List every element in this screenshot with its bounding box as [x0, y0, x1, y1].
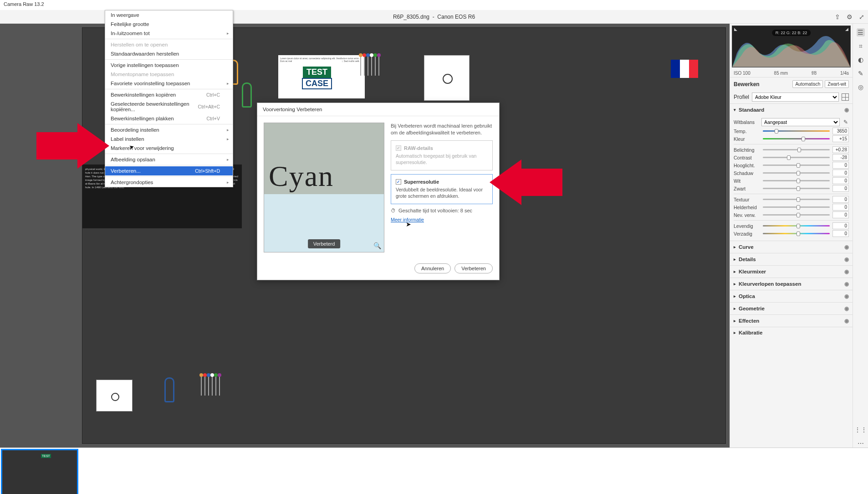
- menu-item[interactable]: Beoordeling instellen: [105, 125, 233, 134]
- superresolution-option[interactable]: Superresolutie Verdubbelt de beeldresolu…: [391, 174, 493, 204]
- pins-bottom: [201, 375, 220, 396]
- target-card: [424, 55, 470, 101]
- super-desc: Verdubbelt de beeldresolutie. Ideaal voo…: [396, 186, 488, 199]
- eyedropper-icon[interactable]: ✎: [842, 119, 849, 125]
- menu-item[interactable]: In-/uitzoomen tot: [105, 29, 233, 38]
- exposure-value[interactable]: +0.28: [832, 146, 849, 153]
- whites-label: Wit: [734, 178, 760, 184]
- gear-icon[interactable]: ⚙: [847, 13, 853, 21]
- shadows-label: Schaduw: [734, 170, 760, 176]
- super-checkbox[interactable]: [396, 179, 401, 185]
- texture-value[interactable]: 0: [832, 196, 849, 203]
- menu-item[interactable]: In weergave: [105, 10, 233, 20]
- app-title: Camera Raw 13.2: [4, 1, 44, 7]
- eye-icon[interactable]: ◉: [844, 107, 849, 113]
- menu-item[interactable]: Achtergrondopties: [105, 178, 233, 187]
- temp-slider[interactable]: [763, 129, 830, 134]
- section-kleurmixer[interactable]: ▸Kleurmixer◉: [730, 265, 853, 278]
- auto-button[interactable]: Automatisch: [792, 80, 823, 88]
- whites-value[interactable]: 0: [832, 177, 849, 184]
- thumb-testcase: TEST: [41, 454, 51, 458]
- chevron-right-icon: ▸: [734, 282, 736, 286]
- exposure-slider[interactable]: [763, 147, 830, 153]
- tint-value[interactable]: +15: [832, 135, 849, 142]
- red-arrow-left: [36, 123, 109, 169]
- section-geometry-label: Geometrie: [739, 306, 765, 311]
- magnifier-icon[interactable]: 🔍: [373, 242, 381, 249]
- eye-icon[interactable]: ◉: [844, 318, 849, 324]
- highlights-slider[interactable]: [763, 163, 830, 168]
- edit-title: Bewerken: [734, 81, 760, 87]
- section-details[interactable]: ▸Details◉: [730, 253, 853, 265]
- edit-header: Bewerken Automatisch Zwart-wit: [730, 77, 853, 91]
- presets-icon[interactable]: ⋮⋮: [857, 426, 865, 434]
- dehaze-value[interactable]: 0: [832, 211, 849, 218]
- dehaze-slider[interactable]: [763, 212, 830, 218]
- chevron-right-icon: ▸: [734, 269, 736, 274]
- dialog-cancel-button[interactable]: Annuleren: [414, 263, 451, 273]
- fullscreen-icon[interactable]: ⤢: [859, 13, 864, 21]
- section-optica[interactable]: ▸Optica◉: [730, 290, 853, 302]
- saturation-slider[interactable]: [763, 231, 830, 237]
- texture-slider[interactable]: [763, 197, 830, 202]
- thumbnail-selected[interactable]: TEST: [1, 449, 78, 494]
- profile-select[interactable]: Adobe Kleur: [752, 93, 839, 102]
- menu-item[interactable]: Vorige instellingen toepassen: [105, 61, 233, 70]
- menu-item[interactable]: Standaardwaarden herstellen: [105, 49, 233, 58]
- eye-icon[interactable]: ◉: [844, 244, 849, 250]
- menu-item-label: Achtergrondopties: [111, 180, 153, 185]
- contrast-value[interactable]: -28: [832, 154, 849, 161]
- section-standard-header[interactable]: ▾ Standaard ◉: [730, 103, 853, 116]
- shadows-slider[interactable]: [763, 170, 830, 176]
- section-curve[interactable]: ▸Curve◉: [730, 241, 853, 253]
- brush-tool-icon[interactable]: ✎: [857, 69, 865, 77]
- menu-item[interactable]: Bewerkinstellingen plakkenCtrl+V: [105, 114, 233, 123]
- temp-value[interactable]: 3650: [832, 128, 849, 134]
- menu-item[interactable]: Verbeteren...Ctrl+Shft+D: [105, 166, 233, 175]
- menu-item[interactable]: Geselecteerde bewerkinstellingen kopiëre…: [105, 99, 233, 114]
- histogram[interactable]: ◣ ◢ R: 22 G: 22 B: 22: [732, 26, 851, 67]
- menu-item[interactable]: Favoriete voorinstelling toepassen: [105, 79, 233, 88]
- section-grading-label: Kleurverlopen toepassen: [739, 281, 801, 287]
- crop-tool-icon[interactable]: ⌗: [857, 42, 865, 50]
- profile-grid-icon[interactable]: [842, 93, 849, 101]
- menu-item[interactable]: Markeren voor verwijdering: [105, 144, 233, 153]
- eye-icon[interactable]: ◉: [844, 281, 849, 287]
- eye-icon[interactable]: ◉: [844, 268, 849, 275]
- texture-label: Textuur: [734, 197, 760, 202]
- blacks-value[interactable]: 0: [832, 185, 849, 192]
- menu-item[interactable]: Afbeelding opslaan: [105, 155, 233, 164]
- shadows-value[interactable]: 0: [832, 170, 849, 176]
- vibrance-slider[interactable]: [763, 223, 830, 229]
- section-kleurverlopen[interactable]: ▸Kleurverlopen toepassen◉: [730, 278, 853, 290]
- menu-item[interactable]: Label instellen: [105, 134, 233, 144]
- export-icon[interactable]: ⇪: [835, 13, 840, 21]
- eye-icon[interactable]: ◉: [844, 305, 849, 312]
- edit-tool-icon[interactable]: ☰: [857, 28, 865, 36]
- wb-select[interactable]: Aangepast: [761, 118, 840, 126]
- redeye-tool-icon[interactable]: ◎: [857, 83, 865, 91]
- section-kalibratie[interactable]: ▸Kalibratie: [730, 327, 853, 338]
- section-geometrie[interactable]: ▸Geometrie◉: [730, 302, 853, 314]
- more-icon[interactable]: ⋯: [857, 439, 865, 448]
- bw-button[interactable]: Zwart-wit: [825, 80, 849, 88]
- menu-item[interactable]: Bewerkinstellingen kopiërenCtrl+C: [105, 90, 233, 99]
- highlights-value[interactable]: 0: [832, 162, 849, 169]
- saturation-value[interactable]: 0: [832, 230, 849, 237]
- dialog-enhance-button[interactable]: Verbeteren: [454, 263, 493, 273]
- blacks-slider[interactable]: [763, 186, 830, 191]
- whites-slider[interactable]: [763, 178, 830, 184]
- section-effecten[interactable]: ▸Effecten◉: [730, 314, 853, 327]
- shutter-value: 1/4s: [840, 71, 849, 76]
- histogram-info: ISO 100 85 mm f/8 1/4s: [730, 69, 853, 77]
- dialog-preview[interactable]: Cyan Verbeterd 🔍: [264, 123, 384, 252]
- clarity-slider[interactable]: [763, 205, 830, 210]
- menu-item[interactable]: Feitelijke grootte: [105, 20, 233, 29]
- tint-slider[interactable]: [763, 136, 830, 142]
- contrast-slider[interactable]: [763, 155, 830, 160]
- heal-tool-icon[interactable]: ◐: [857, 56, 865, 64]
- clarity-value[interactable]: 0: [832, 204, 849, 211]
- eye-icon[interactable]: ◉: [844, 256, 849, 262]
- vibrance-value[interactable]: 0: [832, 222, 849, 229]
- eye-icon[interactable]: ◉: [844, 293, 849, 299]
